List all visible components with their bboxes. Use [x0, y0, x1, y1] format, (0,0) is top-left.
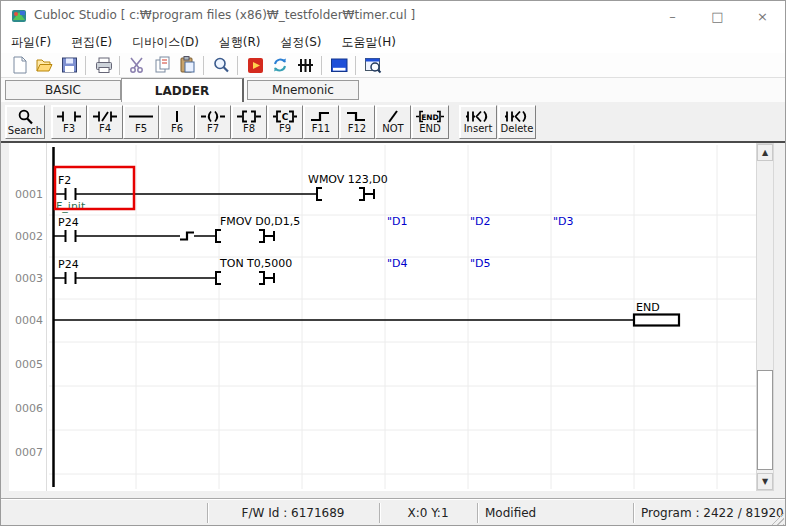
- not-slash-icon: [380, 110, 406, 123]
- not-button[interactable]: NOT: [375, 105, 411, 139]
- toolbar-separator: [119, 56, 120, 75]
- vertical-line-icon: [164, 110, 190, 123]
- ladder-monitor-button[interactable]: [292, 54, 317, 77]
- menu-run[interactable]: 실행(R): [219, 34, 261, 51]
- toolbar-separator: [321, 56, 322, 75]
- ladder-canvas[interactable]: 0001 0002 0003 0004 0005 0006 0007 F2 F_…: [9, 143, 756, 491]
- bracket-c-f9-button[interactable]: C F9: [267, 105, 303, 139]
- rung-4[interactable]: END: [53, 301, 679, 326]
- download-button[interactable]: [267, 54, 292, 77]
- scrollbar-thumb[interactable]: [757, 370, 773, 470]
- copy-button[interactable]: [149, 54, 174, 77]
- run-icon: [245, 55, 265, 75]
- monitor-window-button[interactable]: [326, 54, 351, 77]
- window-title: Cubloc Studio [ c:₩program files (x86)₩_…: [34, 8, 415, 22]
- contact-p24[interactable]: [66, 230, 76, 242]
- search-button[interactable]: Search: [5, 105, 45, 139]
- coil-icon: [200, 110, 226, 123]
- data-label-d2: "D2: [470, 215, 491, 228]
- contact-label: F2: [58, 174, 71, 187]
- contact-not-f4-button[interactable]: F4: [87, 105, 123, 139]
- rung-2[interactable]: P24 FMOV D0,D1,5 "D1 "D2 "D3: [53, 215, 574, 242]
- end-instruction-box[interactable]: [634, 315, 679, 326]
- print-preview-icon: [363, 55, 383, 75]
- print-preview-button[interactable]: [360, 54, 385, 77]
- f11-label: F11: [312, 124, 330, 134]
- cut-scissors-icon: [127, 55, 147, 75]
- modified-status: Modified: [485, 506, 625, 520]
- hline-f5-button[interactable]: F5: [123, 105, 159, 139]
- paste-button[interactable]: [174, 54, 199, 77]
- scroll-down-button[interactable]: ▼: [757, 473, 773, 490]
- run-button[interactable]: [242, 54, 267, 77]
- tab-ladder[interactable]: LADDER: [121, 78, 244, 102]
- rung-1[interactable]: F2 F_init WMOV 123,D0: [53, 167, 388, 213]
- program-size-status: Program : 2422 / 81920: [641, 506, 786, 520]
- contact-p24[interactable]: [66, 272, 76, 284]
- end-instruction-label: END: [636, 301, 660, 314]
- delete-button[interactable]: Delete: [498, 105, 536, 139]
- bracket-c-icon: C: [272, 110, 298, 123]
- rising-edge-symbol[interactable]: [180, 233, 194, 240]
- instruction-ton[interactable]: TON T0,5000: [216, 257, 292, 284]
- print-icon: [93, 55, 113, 75]
- menu-help[interactable]: 도움말(H): [342, 34, 396, 51]
- menu-settings[interactable]: 설정(S): [281, 34, 322, 51]
- contact-f3-button[interactable]: F3: [51, 105, 87, 139]
- row-number: 0005: [15, 358, 43, 371]
- rung-3[interactable]: P24 TON T0,5000 "D4 "D5: [53, 257, 491, 284]
- ladder-monitor-icon: [295, 55, 315, 75]
- scroll-up-button[interactable]: ▲: [757, 144, 773, 161]
- cut-button[interactable]: [124, 54, 149, 77]
- find-button[interactable]: [208, 54, 233, 77]
- horizontal-line-icon: [128, 110, 154, 123]
- menu-device[interactable]: 디바이스(D): [132, 34, 199, 51]
- f4-label: F4: [99, 124, 111, 134]
- print-button[interactable]: [90, 54, 115, 77]
- instruction-wmov[interactable]: WMOV 123,D0: [308, 173, 388, 200]
- instruction-fmov[interactable]: FMOV D0,D1,5: [216, 215, 300, 242]
- rising-edge-f11-button[interactable]: F11: [303, 105, 339, 139]
- tab-mnemonic[interactable]: Mnemonic: [247, 80, 359, 100]
- insert-label: Insert: [464, 124, 493, 134]
- view-tabs: BASIC LADDER Mnemonic: [1, 78, 785, 102]
- tab-basic[interactable]: BASIC: [5, 80, 121, 100]
- bracket-icon: [236, 110, 262, 123]
- save-button[interactable]: [56, 54, 81, 77]
- data-label-d1: "D1: [387, 215, 408, 228]
- minimize-button[interactable]: –: [650, 1, 695, 31]
- maximize-button[interactable]: □: [695, 1, 740, 31]
- open-file-button[interactable]: [31, 54, 56, 77]
- menu-file[interactable]: 파일(F): [11, 34, 51, 51]
- falling-edge-icon: [344, 110, 370, 123]
- new-file-button[interactable]: [6, 54, 31, 77]
- vertical-scrollbar[interactable]: ▲ ▼: [756, 143, 774, 491]
- search-icon: [16, 109, 34, 125]
- status-bar: F/W Id : 6171689 X:0 Y:1 Modified Progra…: [1, 498, 785, 526]
- toolbar-separator: [237, 56, 238, 75]
- vline-f6-button[interactable]: F6: [159, 105, 195, 139]
- end-button[interactable]: END END: [411, 105, 449, 139]
- rising-edge-icon: [308, 110, 334, 123]
- title-bar: Cubloc Studio [ c:₩program files (x86)₩_…: [1, 1, 785, 31]
- instruction-label: WMOV 123,D0: [308, 173, 388, 186]
- insert-button[interactable]: Insert: [459, 105, 497, 139]
- f5-label: F5: [135, 124, 147, 134]
- contact-f2[interactable]: [66, 188, 76, 200]
- resize-grip[interactable]: [770, 512, 784, 526]
- falling-edge-f12-button[interactable]: F12: [339, 105, 375, 139]
- bracket-f8-button[interactable]: F8: [231, 105, 267, 139]
- find-magnifier-icon: [211, 55, 231, 75]
- f3-label: F3: [63, 124, 75, 134]
- paste-icon: [177, 55, 197, 75]
- f7-label: F7: [207, 124, 219, 134]
- data-label-d4: "D4: [387, 257, 408, 270]
- coil-f7-button[interactable]: F7: [195, 105, 231, 139]
- contact-icon: [56, 110, 82, 123]
- delete-cell-icon: [504, 110, 530, 123]
- close-button[interactable]: ×: [740, 1, 785, 31]
- app-icon: [11, 8, 27, 24]
- save-icon: [59, 55, 79, 75]
- open-folder-icon: [34, 55, 54, 75]
- menu-edit[interactable]: 편집(E): [71, 34, 112, 51]
